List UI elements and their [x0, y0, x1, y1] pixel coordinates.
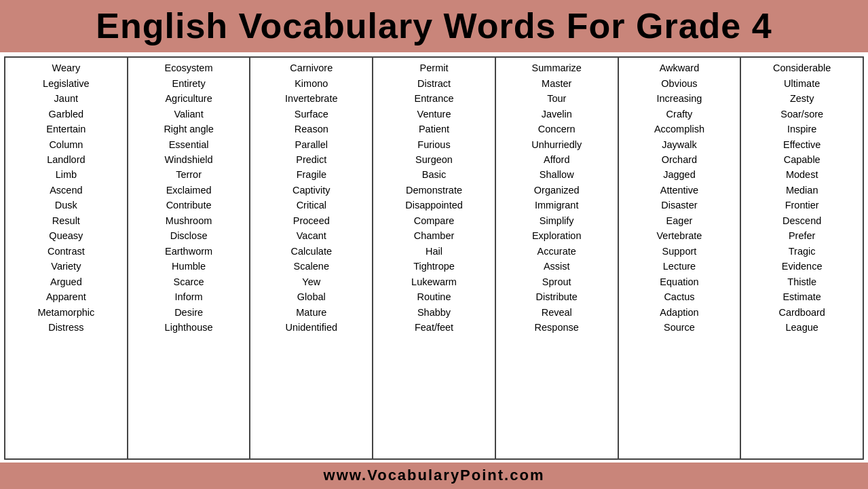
- list-item: Tightrope: [375, 259, 493, 274]
- list-item: Median: [742, 183, 861, 198]
- list-item: Eager: [620, 213, 739, 228]
- list-item: Accurate: [497, 244, 616, 259]
- footer-url: www.VocabularyPoint.com: [324, 467, 545, 484]
- list-item: Lighthouse: [130, 320, 248, 335]
- list-item: Concern: [497, 122, 616, 137]
- list-item: Mushroom: [130, 213, 248, 228]
- list-item: Lecture: [620, 259, 739, 274]
- list-item: Obvious: [620, 76, 739, 91]
- list-item: Descend: [742, 213, 861, 228]
- list-item: Garbled: [7, 107, 126, 122]
- list-item: Attentive: [620, 183, 739, 198]
- list-item: Organized: [497, 183, 616, 198]
- list-item: Ultimate: [742, 76, 861, 91]
- list-item: Effective: [742, 137, 861, 152]
- list-item: Contribute: [130, 198, 248, 213]
- list-item: Disclose: [130, 228, 248, 243]
- list-item: Accomplish: [620, 122, 739, 137]
- column-6: AwkwardObviousIncreasingCraftyAccomplish…: [619, 58, 742, 458]
- list-item: Distress: [7, 320, 126, 335]
- list-item: Legislative: [7, 76, 126, 91]
- column-4: PermitDistractEntranceVenturePatientFuri…: [373, 58, 496, 458]
- list-item: Thistle: [742, 274, 861, 289]
- list-item: Humble: [130, 259, 248, 274]
- list-item: Cactus: [620, 289, 739, 304]
- list-item: Capable: [742, 152, 861, 167]
- list-item: Immigrant: [497, 198, 616, 213]
- list-item: Tragic: [742, 244, 861, 259]
- list-item: Support: [620, 244, 739, 259]
- list-item: Critical: [252, 198, 371, 213]
- column-2: EcosystemEntiretyAgricultureValiantRight…: [128, 58, 251, 458]
- list-item: Tour: [497, 91, 616, 106]
- list-item: Summarize: [497, 60, 616, 75]
- list-item: Javelin: [497, 107, 616, 122]
- list-item: Venture: [375, 107, 493, 122]
- list-item: Scalene: [252, 259, 371, 274]
- list-item: Vacant: [252, 228, 371, 243]
- list-item: Source: [620, 320, 739, 335]
- list-item: Ecosystem: [130, 60, 248, 75]
- list-item: Jaywalk: [620, 137, 739, 152]
- list-item: Entrance: [375, 91, 493, 106]
- header: English Vocabulary Words For Grade 4: [0, 0, 868, 52]
- list-item: Variety: [7, 259, 126, 274]
- list-item: Unidentified: [252, 320, 371, 335]
- list-item: Captivity: [252, 183, 371, 198]
- list-item: Considerable: [742, 60, 861, 75]
- list-item: Chamber: [375, 228, 493, 243]
- list-item: Permit: [375, 60, 493, 75]
- list-item: Response: [497, 320, 616, 335]
- list-item: Hail: [375, 244, 493, 259]
- page-title: English Vocabulary Words For Grade 4: [11, 7, 857, 46]
- list-item: Exploration: [497, 228, 616, 243]
- list-item: Landlord: [7, 152, 126, 167]
- column-1: WearyLegislativeJauntGarbledEntertainCol…: [5, 58, 128, 458]
- list-item: Modest: [742, 167, 861, 182]
- list-item: Mature: [252, 305, 371, 320]
- list-item: Sprout: [497, 274, 616, 289]
- list-item: Lukewarm: [375, 274, 493, 289]
- list-item: Disappointed: [375, 198, 493, 213]
- list-item: Routine: [375, 289, 493, 304]
- list-item: Orchard: [620, 152, 739, 167]
- list-item: Afford: [497, 152, 616, 167]
- list-item: Shabby: [375, 305, 493, 320]
- list-item: Fragile: [252, 167, 371, 182]
- list-item: Essential: [130, 137, 248, 152]
- list-item: Contrast: [7, 244, 126, 259]
- list-item: Cardboard: [742, 305, 861, 320]
- list-item: Exclaimed: [130, 183, 248, 198]
- page-wrapper: English Vocabulary Words For Grade 4 Wea…: [0, 0, 868, 489]
- list-item: Windshield: [130, 152, 248, 167]
- list-item: Vertebrate: [620, 228, 739, 243]
- list-item: Apparent: [7, 289, 126, 304]
- list-item: Weary: [7, 60, 126, 75]
- list-item: Simplify: [497, 213, 616, 228]
- list-item: Metamorphic: [7, 305, 126, 320]
- list-item: Limb: [7, 167, 126, 182]
- list-item: Entirety: [130, 76, 248, 91]
- list-item: Reason: [252, 122, 371, 137]
- list-item: Equation: [620, 274, 739, 289]
- list-item: Compare: [375, 213, 493, 228]
- list-item: Crafty: [620, 107, 739, 122]
- list-item: Furious: [375, 137, 493, 152]
- list-item: Agriculture: [130, 91, 248, 106]
- list-item: Predict: [252, 152, 371, 167]
- list-item: Frontier: [742, 198, 861, 213]
- list-item: Soar/sore: [742, 107, 861, 122]
- list-item: Queasy: [7, 228, 126, 243]
- column-7: ConsiderableUltimateZestySoar/soreInspir…: [741, 58, 863, 458]
- list-item: Scarce: [130, 274, 248, 289]
- list-item: Disaster: [620, 198, 739, 213]
- list-item: League: [742, 320, 861, 335]
- list-item: Argued: [7, 274, 126, 289]
- list-item: Ascend: [7, 183, 126, 198]
- list-item: Jaunt: [7, 91, 126, 106]
- list-item: Jagged: [620, 167, 739, 182]
- list-item: Earthworm: [130, 244, 248, 259]
- list-item: Master: [497, 76, 616, 91]
- column-3: CarnivoreKimonoInvertebrateSurfaceReason…: [250, 58, 373, 458]
- list-item: Right angle: [130, 122, 248, 137]
